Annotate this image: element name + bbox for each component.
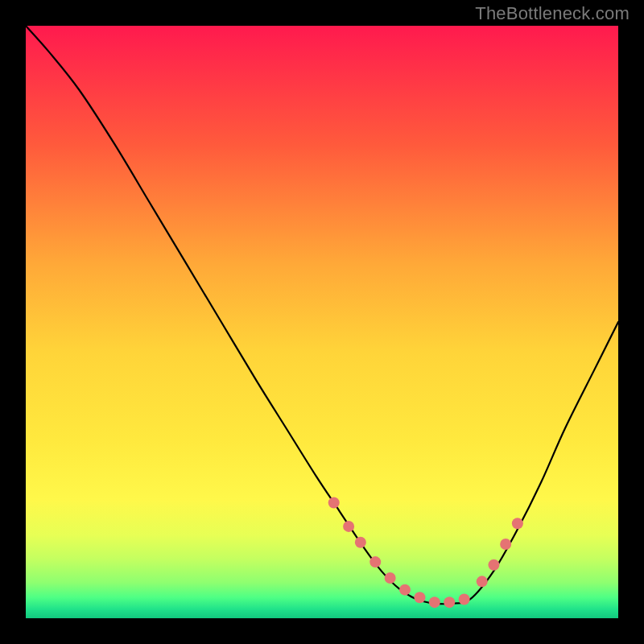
plot-area — [26, 26, 618, 618]
highlight-dot — [369, 556, 381, 568]
highlight-dot — [399, 584, 411, 596]
highlight-dot — [512, 518, 523, 529]
watermark-text: TheBottleneck.com — [475, 3, 630, 24]
highlight-dot — [414, 592, 425, 603]
curve-layer — [26, 26, 618, 618]
highlight-dot — [328, 497, 340, 508]
highlight-dot — [429, 597, 440, 608]
bottleneck-curve — [26, 26, 618, 604]
highlight-dot — [343, 521, 354, 532]
highlight-dots — [328, 497, 523, 608]
highlight-dot — [477, 576, 488, 587]
highlight-dot — [500, 539, 511, 550]
highlight-dot — [444, 597, 455, 608]
highlight-dot — [459, 593, 470, 605]
highlight-dot — [385, 572, 396, 584]
highlight-dot — [355, 537, 366, 548]
highlight-dot — [488, 559, 499, 571]
